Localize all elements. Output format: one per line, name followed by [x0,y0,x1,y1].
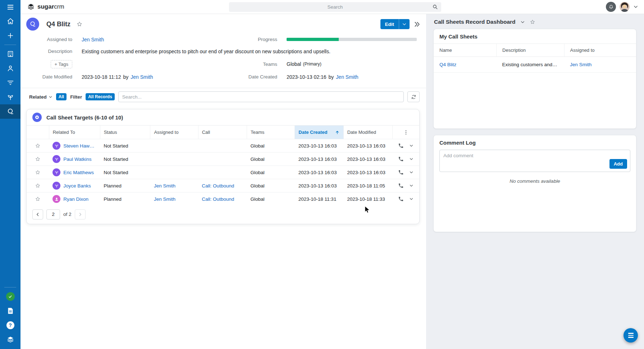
sidebar-item-call-sheets[interactable] [0,104,20,119]
sidebar-item-notes[interactable] [0,304,20,318]
sidebar-item-create[interactable] [0,28,20,43]
column-name[interactable]: Name [434,44,497,57]
call-sheet-name-link[interactable]: Q4 Blitz [439,62,456,67]
profile-chevron-down-icon[interactable] [633,4,638,9]
table-row[interactable]: Joyce Banks Planned Jen Smith Call: Outb… [27,179,419,192]
sugarcrm-logo[interactable]: sugarcrm [27,3,64,11]
related-search-input[interactable] [118,91,404,102]
column-teams[interactable]: Teams [247,126,295,139]
row-favorite-star-icon[interactable] [35,196,41,202]
related-dropdown[interactable]: Related [29,94,52,100]
refresh-button[interactable] [407,91,420,102]
sidebar-item-leads[interactable] [0,90,20,104]
column-assigned-to[interactable]: Assigned to [564,44,636,57]
assigned-to-link[interactable]: Jen Smith [154,196,175,202]
my-call-sheets-body: Q4 Blitz Existing customers and enter...… [434,57,636,73]
related-to-link[interactable]: Paul Watkins [63,157,91,162]
seedling-icon [54,144,59,148]
record-avatar [52,142,60,150]
sidebar-item-help[interactable]: ? [0,318,20,332]
related-to-link[interactable]: Eric Matthews [63,170,94,175]
add-tags-button[interactable]: + Tags [51,60,72,68]
row-chevron-down-icon[interactable] [409,197,414,201]
collapse-panel-icon[interactable] [414,21,420,28]
chevron-down-icon [49,95,52,99]
dashboard-chevron-down-icon[interactable] [520,20,525,24]
column-date-created-sorted[interactable]: Date Created [295,126,343,139]
phone-icon[interactable] [398,156,404,162]
row-favorite-star-icon[interactable] [35,143,41,149]
record-details: Assigned to Jen Smith Progress Descripti… [20,33,426,85]
sidebar-divider [4,45,16,45]
field-label-date-modified: Date Modified [20,74,72,80]
dashboard-favorite-star-icon[interactable] [530,19,535,25]
app-window: ? sugarcrm [0,0,644,349]
table-row[interactable]: Ryan Dixon Planned Jen Smith Call: Outbo… [27,192,419,206]
my-call-sheets-row[interactable]: Q4 Blitz Existing customers and enter...… [434,57,636,73]
next-page-button[interactable] [75,209,86,219]
related-to-link[interactable]: Ryan Dixon [63,196,88,202]
menu-toggle-button[interactable] [0,0,20,14]
global-search-input[interactable] [229,2,441,12]
related-to-link[interactable]: Joyce Banks [63,183,91,189]
related-to-link[interactable]: Steven Hawki... [63,143,96,149]
row-chevron-down-icon[interactable] [409,183,414,188]
column-assigned-to[interactable]: Assigned to [150,126,198,139]
teams-cell: Global [247,139,295,153]
filter-label[interactable]: Filter [70,94,82,100]
call-link[interactable]: Call: Outbound [202,183,234,189]
notifications-button[interactable] [606,2,616,12]
progress-bar-fill [287,38,339,41]
previous-page-button[interactable] [32,209,43,219]
call-link[interactable]: Call: Outbound [202,196,234,202]
sidebar-item-contacts[interactable] [0,61,20,76]
row-favorite-star-icon[interactable] [35,169,41,175]
favorite-star-icon[interactable] [76,21,83,27]
sidebar-bottom-group: ? [0,285,20,349]
comment-log-title: Comment Log [434,135,636,150]
date-created-by-link[interactable]: Jen Smith [336,74,358,80]
column-related-to[interactable]: Related To [49,126,100,139]
comment-textarea[interactable] [440,150,630,172]
table-row[interactable]: Steven Hawki... Not Started Global 2023-… [27,139,419,153]
row-chevron-down-icon[interactable] [409,144,414,148]
call-sheet-assigned-link[interactable]: Jen Smith [570,62,592,67]
sidebar-item-home[interactable] [0,14,20,28]
phone-icon[interactable] [398,196,404,202]
edit-dropdown-toggle[interactable] [399,19,410,29]
sidebar-item-accounts[interactable] [0,47,20,61]
column-description[interactable]: Description [497,44,565,57]
phone-icon[interactable] [398,169,404,175]
assigned-to-link[interactable]: Jen Smith [82,37,104,42]
related-all-badge[interactable]: All [56,93,67,100]
sidebar-item-system-status[interactable] [0,289,20,304]
kebab-menu-icon[interactable] [403,130,409,135]
sidebar-item-sugar[interactable] [0,332,20,347]
record-avatar [52,168,60,176]
table-row[interactable]: Paul Watkins Not Started Global 2023-10-… [27,153,419,166]
status-cell: Not Started [100,166,150,179]
quick-actions-fab[interactable] [624,328,638,343]
row-chevron-down-icon[interactable] [409,170,414,174]
user-avatar[interactable] [620,2,630,12]
row-chevron-down-icon[interactable] [409,157,414,161]
targets-table: Related To Status Assigned to Call Teams… [27,125,419,206]
add-comment-button[interactable]: Add [609,159,627,169]
row-favorite-star-icon[interactable] [35,156,41,162]
row-favorite-star-icon[interactable] [35,183,41,189]
record-view: Q4 Blitz Edit Assigned to Je [20,14,426,349]
edit-button[interactable]: Edit [380,19,410,29]
phone-icon[interactable] [398,143,404,149]
page-number-input[interactable] [46,209,60,219]
sidebar-item-filter[interactable] [0,76,20,90]
column-status[interactable]: Status [100,126,150,139]
phone-icon[interactable] [398,183,404,189]
column-date-modified[interactable]: Date Modified [343,126,393,139]
date-modified-by-link[interactable]: Jen Smith [131,74,153,80]
search-icon[interactable] [432,4,438,10]
table-row[interactable]: Eric Matthews Not Started Global 2023-10… [27,166,419,179]
assigned-to-link[interactable]: Jen Smith [154,183,175,189]
column-call[interactable]: Call [198,126,247,139]
field-label-description: Description [20,49,72,54]
all-records-badge[interactable]: All Records [86,93,115,100]
